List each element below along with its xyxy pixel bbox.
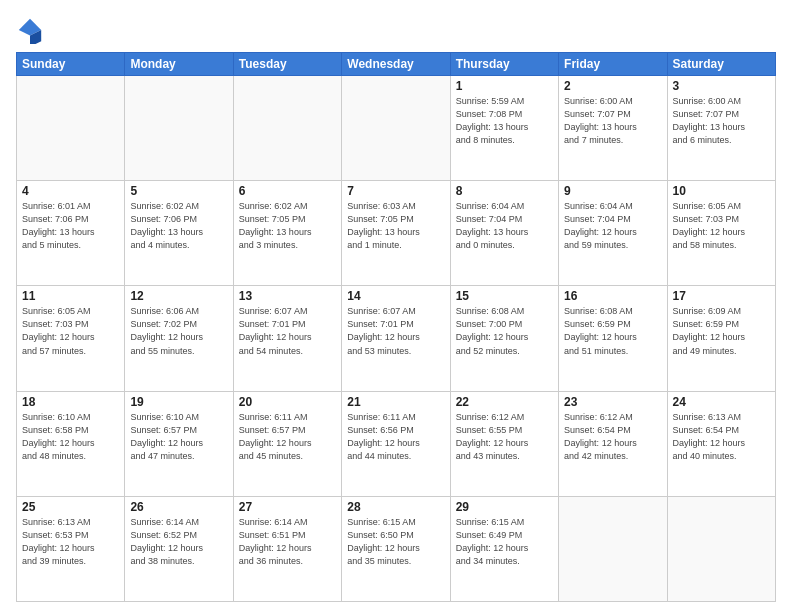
calendar-cell: 28Sunrise: 6:15 AM Sunset: 6:50 PM Dayli… xyxy=(342,496,450,601)
col-header-wednesday: Wednesday xyxy=(342,53,450,76)
calendar-cell: 4Sunrise: 6:01 AM Sunset: 7:06 PM Daylig… xyxy=(17,181,125,286)
calendar-cell: 22Sunrise: 6:12 AM Sunset: 6:55 PM Dayli… xyxy=(450,391,558,496)
day-number: 22 xyxy=(456,395,553,409)
calendar-cell: 24Sunrise: 6:13 AM Sunset: 6:54 PM Dayli… xyxy=(667,391,775,496)
calendar-cell: 10Sunrise: 6:05 AM Sunset: 7:03 PM Dayli… xyxy=(667,181,775,286)
day-number: 19 xyxy=(130,395,227,409)
day-info: Sunrise: 6:10 AM Sunset: 6:57 PM Dayligh… xyxy=(130,411,227,463)
day-info: Sunrise: 6:09 AM Sunset: 6:59 PM Dayligh… xyxy=(673,305,770,357)
day-info: Sunrise: 6:02 AM Sunset: 7:05 PM Dayligh… xyxy=(239,200,336,252)
calendar-cell: 13Sunrise: 6:07 AM Sunset: 7:01 PM Dayli… xyxy=(233,286,341,391)
day-info: Sunrise: 6:15 AM Sunset: 6:50 PM Dayligh… xyxy=(347,516,444,568)
calendar-cell: 6Sunrise: 6:02 AM Sunset: 7:05 PM Daylig… xyxy=(233,181,341,286)
day-number: 15 xyxy=(456,289,553,303)
day-number: 5 xyxy=(130,184,227,198)
calendar-cell: 7Sunrise: 6:03 AM Sunset: 7:05 PM Daylig… xyxy=(342,181,450,286)
calendar-cell: 2Sunrise: 6:00 AM Sunset: 7:07 PM Daylig… xyxy=(559,76,667,181)
day-info: Sunrise: 6:12 AM Sunset: 6:54 PM Dayligh… xyxy=(564,411,661,463)
page: SundayMondayTuesdayWednesdayThursdayFrid… xyxy=(0,0,792,612)
day-number: 12 xyxy=(130,289,227,303)
calendar-week-5: 25Sunrise: 6:13 AM Sunset: 6:53 PM Dayli… xyxy=(17,496,776,601)
calendar-cell: 9Sunrise: 6:04 AM Sunset: 7:04 PM Daylig… xyxy=(559,181,667,286)
day-number: 4 xyxy=(22,184,119,198)
day-number: 6 xyxy=(239,184,336,198)
header xyxy=(16,16,776,44)
day-info: Sunrise: 6:03 AM Sunset: 7:05 PM Dayligh… xyxy=(347,200,444,252)
calendar-cell: 12Sunrise: 6:06 AM Sunset: 7:02 PM Dayli… xyxy=(125,286,233,391)
calendar-week-1: 1Sunrise: 5:59 AM Sunset: 7:08 PM Daylig… xyxy=(17,76,776,181)
day-info: Sunrise: 6:05 AM Sunset: 7:03 PM Dayligh… xyxy=(22,305,119,357)
day-info: Sunrise: 6:11 AM Sunset: 6:56 PM Dayligh… xyxy=(347,411,444,463)
day-info: Sunrise: 6:11 AM Sunset: 6:57 PM Dayligh… xyxy=(239,411,336,463)
day-info: Sunrise: 6:04 AM Sunset: 7:04 PM Dayligh… xyxy=(564,200,661,252)
day-info: Sunrise: 6:01 AM Sunset: 7:06 PM Dayligh… xyxy=(22,200,119,252)
day-number: 28 xyxy=(347,500,444,514)
day-number: 14 xyxy=(347,289,444,303)
day-info: Sunrise: 6:07 AM Sunset: 7:01 PM Dayligh… xyxy=(347,305,444,357)
day-number: 8 xyxy=(456,184,553,198)
calendar-week-2: 4Sunrise: 6:01 AM Sunset: 7:06 PM Daylig… xyxy=(17,181,776,286)
day-info: Sunrise: 6:13 AM Sunset: 6:53 PM Dayligh… xyxy=(22,516,119,568)
calendar-cell: 19Sunrise: 6:10 AM Sunset: 6:57 PM Dayli… xyxy=(125,391,233,496)
col-header-saturday: Saturday xyxy=(667,53,775,76)
day-number: 26 xyxy=(130,500,227,514)
calendar-cell xyxy=(559,496,667,601)
day-number: 17 xyxy=(673,289,770,303)
calendar-header-row: SundayMondayTuesdayWednesdayThursdayFrid… xyxy=(17,53,776,76)
col-header-monday: Monday xyxy=(125,53,233,76)
day-number: 10 xyxy=(673,184,770,198)
day-number: 16 xyxy=(564,289,661,303)
day-info: Sunrise: 5:59 AM Sunset: 7:08 PM Dayligh… xyxy=(456,95,553,147)
calendar-cell: 23Sunrise: 6:12 AM Sunset: 6:54 PM Dayli… xyxy=(559,391,667,496)
day-info: Sunrise: 6:00 AM Sunset: 7:07 PM Dayligh… xyxy=(673,95,770,147)
calendar-cell: 16Sunrise: 6:08 AM Sunset: 6:59 PM Dayli… xyxy=(559,286,667,391)
calendar-cell: 21Sunrise: 6:11 AM Sunset: 6:56 PM Dayli… xyxy=(342,391,450,496)
calendar-cell: 27Sunrise: 6:14 AM Sunset: 6:51 PM Dayli… xyxy=(233,496,341,601)
day-number: 23 xyxy=(564,395,661,409)
day-info: Sunrise: 6:10 AM Sunset: 6:58 PM Dayligh… xyxy=(22,411,119,463)
day-info: Sunrise: 6:04 AM Sunset: 7:04 PM Dayligh… xyxy=(456,200,553,252)
calendar-table: SundayMondayTuesdayWednesdayThursdayFrid… xyxy=(16,52,776,602)
col-header-tuesday: Tuesday xyxy=(233,53,341,76)
calendar-cell: 11Sunrise: 6:05 AM Sunset: 7:03 PM Dayli… xyxy=(17,286,125,391)
col-header-friday: Friday xyxy=(559,53,667,76)
logo-icon xyxy=(16,16,44,44)
day-number: 9 xyxy=(564,184,661,198)
calendar-cell xyxy=(17,76,125,181)
calendar-cell: 26Sunrise: 6:14 AM Sunset: 6:52 PM Dayli… xyxy=(125,496,233,601)
calendar-week-3: 11Sunrise: 6:05 AM Sunset: 7:03 PM Dayli… xyxy=(17,286,776,391)
day-info: Sunrise: 6:08 AM Sunset: 6:59 PM Dayligh… xyxy=(564,305,661,357)
day-info: Sunrise: 6:14 AM Sunset: 6:51 PM Dayligh… xyxy=(239,516,336,568)
calendar-cell xyxy=(233,76,341,181)
day-info: Sunrise: 6:12 AM Sunset: 6:55 PM Dayligh… xyxy=(456,411,553,463)
calendar-cell xyxy=(342,76,450,181)
calendar-cell: 14Sunrise: 6:07 AM Sunset: 7:01 PM Dayli… xyxy=(342,286,450,391)
day-info: Sunrise: 6:14 AM Sunset: 6:52 PM Dayligh… xyxy=(130,516,227,568)
calendar-cell: 8Sunrise: 6:04 AM Sunset: 7:04 PM Daylig… xyxy=(450,181,558,286)
calendar-cell: 1Sunrise: 5:59 AM Sunset: 7:08 PM Daylig… xyxy=(450,76,558,181)
day-number: 2 xyxy=(564,79,661,93)
day-number: 27 xyxy=(239,500,336,514)
day-info: Sunrise: 6:07 AM Sunset: 7:01 PM Dayligh… xyxy=(239,305,336,357)
day-info: Sunrise: 6:06 AM Sunset: 7:02 PM Dayligh… xyxy=(130,305,227,357)
day-info: Sunrise: 6:08 AM Sunset: 7:00 PM Dayligh… xyxy=(456,305,553,357)
calendar-cell xyxy=(125,76,233,181)
day-number: 1 xyxy=(456,79,553,93)
day-number: 21 xyxy=(347,395,444,409)
day-info: Sunrise: 6:02 AM Sunset: 7:06 PM Dayligh… xyxy=(130,200,227,252)
day-info: Sunrise: 6:13 AM Sunset: 6:54 PM Dayligh… xyxy=(673,411,770,463)
calendar-cell: 29Sunrise: 6:15 AM Sunset: 6:49 PM Dayli… xyxy=(450,496,558,601)
day-number: 20 xyxy=(239,395,336,409)
day-number: 7 xyxy=(347,184,444,198)
day-info: Sunrise: 6:15 AM Sunset: 6:49 PM Dayligh… xyxy=(456,516,553,568)
day-number: 24 xyxy=(673,395,770,409)
logo xyxy=(16,16,48,44)
calendar-cell: 5Sunrise: 6:02 AM Sunset: 7:06 PM Daylig… xyxy=(125,181,233,286)
calendar-cell: 3Sunrise: 6:00 AM Sunset: 7:07 PM Daylig… xyxy=(667,76,775,181)
calendar-cell: 25Sunrise: 6:13 AM Sunset: 6:53 PM Dayli… xyxy=(17,496,125,601)
day-number: 13 xyxy=(239,289,336,303)
calendar-cell: 20Sunrise: 6:11 AM Sunset: 6:57 PM Dayli… xyxy=(233,391,341,496)
calendar-week-4: 18Sunrise: 6:10 AM Sunset: 6:58 PM Dayli… xyxy=(17,391,776,496)
col-header-thursday: Thursday xyxy=(450,53,558,76)
day-number: 11 xyxy=(22,289,119,303)
